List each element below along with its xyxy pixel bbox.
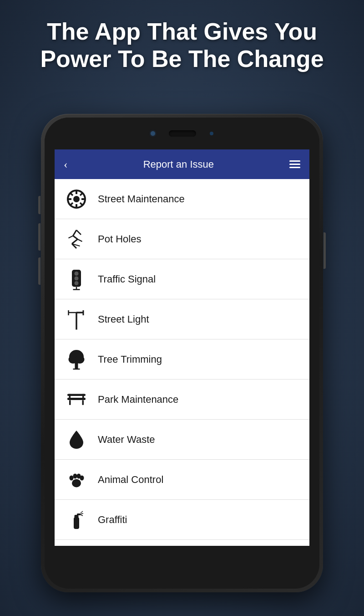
animal-control-label: Animal Control: [98, 474, 163, 486]
gear-wrench-icon: [64, 186, 89, 211]
phone-mockup: ‹ Report an Issue: [41, 114, 323, 615]
svg-rect-45: [74, 517, 79, 529]
power-button: [324, 232, 326, 269]
svg-line-7: [80, 203, 83, 205]
svg-point-1: [73, 196, 80, 202]
phone-screen: ‹ Report an Issue: [55, 149, 309, 546]
phone-inner: ‹ Report an Issue: [45, 118, 319, 589]
svg-line-48: [81, 511, 83, 513]
menu-item-street-light[interactable]: Street Light: [55, 299, 309, 339]
menu-item-code-enforcement[interactable]: Code Enforcement: [55, 540, 309, 546]
pot-holes-label: Pot Holes: [98, 233, 141, 245]
svg-line-6: [70, 193, 73, 195]
svg-line-9: [70, 203, 73, 205]
phone-top-bar: [45, 118, 319, 149]
volume-up-button: [38, 223, 40, 251]
svg-point-20: [74, 276, 78, 280]
bench-icon: [64, 387, 89, 412]
spray-can-icon: [64, 507, 89, 532]
svg-line-15: [77, 239, 82, 241]
menu-line-3: [289, 167, 300, 168]
street-maintenance-label: Street Maintenance: [98, 193, 185, 205]
svg-rect-32: [75, 363, 78, 369]
volume-silent-button: [38, 196, 40, 214]
paw-icon: [64, 467, 89, 492]
svg-line-12: [72, 239, 78, 244]
hero-tagline: The App That Gives You Power To Be The C…: [14, 18, 350, 73]
water-waste-label: Water Waste: [98, 434, 155, 446]
menu-item-animal-control[interactable]: Animal Control: [55, 460, 309, 500]
svg-line-8: [80, 193, 83, 195]
issue-menu-list: Street Maintenance: [55, 179, 309, 546]
traffic-light-icon: [64, 267, 89, 292]
svg-point-41: [69, 475, 73, 480]
svg-point-42: [73, 473, 77, 478]
svg-point-44: [80, 475, 84, 480]
svg-line-49: [81, 513, 83, 514]
ear-sensor: [210, 132, 213, 135]
svg-rect-39: [82, 400, 84, 405]
app-header: ‹ Report an Issue: [55, 149, 309, 179]
crack-icon: [64, 226, 89, 252]
svg-rect-37: [82, 394, 84, 400]
phone-shell: ‹ Report an Issue: [41, 114, 323, 592]
graffiti-label: Graffiti: [98, 514, 127, 526]
svg-line-11: [73, 236, 77, 239]
svg-rect-46: [74, 515, 78, 518]
menu-item-park-maintenance[interactable]: Park Maintenance: [55, 380, 309, 420]
street-light-icon: [64, 307, 89, 332]
menu-item-graffiti[interactable]: Graffiti: [55, 500, 309, 540]
menu-line-1: [289, 160, 300, 162]
tree-icon: [64, 347, 89, 372]
volume-down-button: [38, 257, 40, 285]
svg-point-31: [75, 355, 84, 364]
svg-rect-36: [69, 394, 71, 400]
front-camera: [151, 131, 155, 136]
svg-line-50: [81, 514, 83, 516]
svg-point-21: [74, 281, 78, 285]
svg-point-19: [74, 272, 78, 276]
menu-item-tree-trimming[interactable]: Tree Trimming: [55, 339, 309, 380]
menu-item-street-maintenance[interactable]: Street Maintenance: [55, 179, 309, 219]
traffic-signal-label: Traffic Signal: [98, 273, 156, 285]
water-drop-icon: [64, 427, 89, 452]
svg-point-40: [72, 479, 81, 487]
svg-line-10: [73, 230, 76, 236]
svg-line-14: [76, 230, 81, 235]
tree-trimming-label: Tree Trimming: [98, 354, 162, 365]
hamburger-menu-button[interactable]: [289, 160, 300, 168]
park-maintenance-label: Park Maintenance: [98, 394, 178, 406]
svg-rect-38: [69, 400, 71, 405]
speaker-grill: [169, 130, 196, 137]
svg-line-16: [68, 236, 73, 238]
svg-rect-47: [77, 513, 81, 515]
street-light-label: Street Light: [98, 313, 149, 325]
back-button[interactable]: ‹: [64, 158, 68, 171]
menu-item-water-waste[interactable]: Water Waste: [55, 420, 309, 460]
screen-title: Report an Issue: [143, 159, 214, 170]
menu-item-pot-holes[interactable]: Pot Holes: [55, 219, 309, 259]
hero-section: The App That Gives You Power To Be The C…: [0, 0, 364, 82]
menu-item-traffic-signal[interactable]: Traffic Signal: [55, 259, 309, 299]
menu-line-2: [289, 164, 300, 165]
